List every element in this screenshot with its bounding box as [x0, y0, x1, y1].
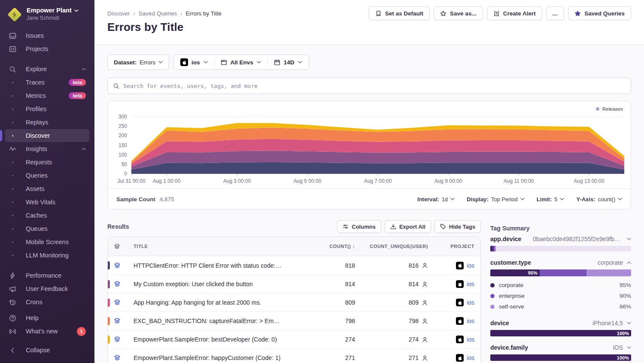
- project-link[interactable]: ios: [467, 336, 474, 343]
- sidebar-item-requests[interactable]: Requests: [5, 156, 89, 169]
- count-unique-cell: 814: [355, 281, 428, 287]
- table-row[interactable]: EmpowerPlant.SampleError: happyCustomer …: [108, 348, 480, 363]
- tag-legend-item[interactable]: self-serve86%: [490, 301, 631, 312]
- sidebar-item-queues[interactable]: Queues: [5, 222, 89, 235]
- sidebar-item-issues[interactable]: Issues: [5, 29, 89, 42]
- breadcrumb-saved-queries[interactable]: Saved Queries: [139, 10, 177, 17]
- search-input[interactable]: [123, 83, 626, 89]
- tag-section-header[interactable]: device iPhone14,5: [490, 320, 631, 327]
- sidebar-item-traces[interactable]: Traces beta: [5, 76, 89, 89]
- project-cell[interactable]: ios: [428, 317, 474, 325]
- table-row[interactable]: EmpowerPlant.SampleError: bestDeveloper …: [108, 330, 480, 348]
- project-link[interactable]: ios: [467, 299, 474, 306]
- chart-footer: Sample Count 4,875 Interval:1d Display:T…: [108, 188, 631, 209]
- set-as-default-button[interactable]: Set as Default: [369, 6, 430, 20]
- sidebar-item-metrics[interactable]: Metrics beta: [5, 89, 89, 102]
- tag-section-header[interactable]: app.device 0baebc0de4982f1255f2e9e9fb7…: [490, 236, 631, 242]
- releases-legend-toggle[interactable]: Releases: [108, 101, 631, 112]
- table-row[interactable]: HTTPClientError: HTTP Client Error with …: [108, 256, 480, 275]
- limit-select[interactable]: Limit:5: [537, 196, 565, 203]
- dataset-selector[interactable]: Dataset: Errors: [107, 54, 169, 70]
- yaxis-select[interactable]: Y-Axis:count(): [576, 196, 622, 203]
- pulse-icon: [9, 145, 16, 153]
- save-as-button[interactable]: Save as...: [434, 6, 483, 20]
- sidebar-item-projects[interactable]: Projects: [5, 42, 89, 55]
- bullet-icon: [9, 238, 16, 246]
- sidebar-item-replays[interactable]: Replays: [5, 116, 89, 129]
- table-row[interactable]: My Custom exeption: User clicked the but…: [108, 275, 480, 293]
- results-area: Results Columns Export All: [107, 220, 631, 363]
- sidebar-item-crons[interactable]: Crons: [5, 296, 89, 309]
- star-filled-icon: [574, 10, 581, 17]
- sidebar-item-assets[interactable]: Assets: [5, 182, 89, 195]
- area-series: [131, 162, 624, 174]
- project-link[interactable]: ios: [467, 262, 474, 269]
- sidebar-item-llm-monitoring[interactable]: LLM Monitoring: [5, 249, 89, 262]
- project-filter[interactable]: ios: [174, 55, 214, 70]
- sidebar-item-label: Profiles: [26, 106, 46, 112]
- sidebar-item-mobile-screens[interactable]: Mobile Screens: [5, 236, 89, 248]
- display-select[interactable]: Display:Top Period: [467, 196, 525, 203]
- releases-legend-dot: [596, 107, 599, 111]
- sidebar-item-caches[interactable]: Caches: [5, 209, 89, 222]
- sample-count-label: Sample Count: [116, 196, 155, 203]
- search-icon: [113, 83, 119, 89]
- results-column: Results Columns Export All: [107, 220, 481, 363]
- environment-filter[interactable]: All Envs: [214, 55, 267, 70]
- column-project[interactable]: PROJECT: [428, 244, 474, 249]
- sidebar-item-performance[interactable]: Performance: [5, 269, 89, 282]
- project-link[interactable]: ios: [467, 354, 474, 361]
- tag-legend-item[interactable]: corporate95%: [490, 280, 631, 290]
- interval-select[interactable]: Interval:1d: [417, 196, 455, 203]
- tag-distribution-bar[interactable]: 100%: [490, 330, 631, 336]
- sidebar-item-discover[interactable]: Discover: [5, 129, 89, 142]
- org-switcher[interactable]: Empower Plant Jane Schmidt: [5, 6, 89, 29]
- table-row[interactable]: EXC_BAD_INSTRUCTION: captureFatalError: …: [108, 312, 480, 330]
- tag-bar-segment: 100%: [490, 330, 631, 336]
- tag-distribution-bar[interactable]: 100%: [490, 354, 631, 361]
- svg-text:Aug 11 00:00: Aug 11 00:00: [504, 178, 534, 184]
- export-all-button[interactable]: Export All: [385, 220, 431, 233]
- tag-distribution-bar[interactable]: [490, 246, 631, 251]
- tag-key: app.device: [490, 236, 521, 242]
- project-cell[interactable]: ios: [428, 299, 474, 306]
- sidebar-group-explore[interactable]: Explore: [5, 63, 89, 76]
- ellipsis-icon: …: [552, 10, 559, 17]
- count-unique-value: 798: [409, 318, 419, 324]
- saved-queries-button[interactable]: Saved Queries: [568, 6, 631, 20]
- project-link[interactable]: ios: [467, 281, 474, 287]
- project-cell[interactable]: ios: [428, 262, 474, 269]
- sidebar-item-queries[interactable]: Queries: [5, 169, 89, 182]
- projects-icon: [9, 45, 16, 53]
- column-count[interactable]: COUNT()↓: [291, 243, 355, 249]
- tag-section-header[interactable]: customer.type corporate: [490, 259, 631, 266]
- create-alert-button[interactable]: Create Alert: [487, 6, 542, 20]
- column-title[interactable]: TITLE: [134, 244, 291, 249]
- tag-distribution-bar[interactable]: 95%: [490, 269, 631, 276]
- sidebar-item-web-vitals[interactable]: Web Vitals: [5, 196, 89, 209]
- tag-section-header[interactable]: device.family iOS: [490, 344, 631, 351]
- count-unique-cell: 798: [355, 318, 428, 324]
- sidebar-item-help[interactable]: Help: [5, 312, 89, 324]
- page-content: Dataset: Errors ios All Envs: [94, 45, 644, 363]
- breadcrumb-discover[interactable]: Discover: [107, 10, 130, 17]
- project-link[interactable]: ios: [467, 318, 474, 324]
- sidebar-collapse-button[interactable]: Collapse: [5, 344, 89, 357]
- error-title: My Custom exeption: User clicked the but…: [134, 281, 291, 287]
- table-row[interactable]: App Hanging: App hanging for at least 20…: [108, 293, 480, 312]
- bullet-icon: [9, 132, 16, 139]
- sidebar-item-whats-new[interactable]: What's new 1: [5, 325, 89, 338]
- more-options-button[interactable]: …: [546, 6, 565, 20]
- project-cell[interactable]: ios: [428, 354, 474, 362]
- project-cell[interactable]: ios: [428, 280, 474, 288]
- hide-tags-button[interactable]: Hide Tags: [434, 220, 481, 233]
- sidebar-item-profiles[interactable]: Profiles: [5, 103, 89, 115]
- date-range-filter[interactable]: 14D: [267, 55, 309, 70]
- apple-icon: [456, 280, 464, 288]
- column-count-unique[interactable]: COUNT_UNIQUE(USER): [355, 244, 428, 249]
- project-cell[interactable]: ios: [428, 336, 474, 343]
- sidebar-item-user-feedback[interactable]: User Feedback: [5, 282, 89, 295]
- tag-legend-item[interactable]: enterprise90%: [490, 290, 631, 301]
- columns-button[interactable]: Columns: [337, 220, 381, 233]
- sidebar-group-insights[interactable]: Insights: [5, 142, 89, 155]
